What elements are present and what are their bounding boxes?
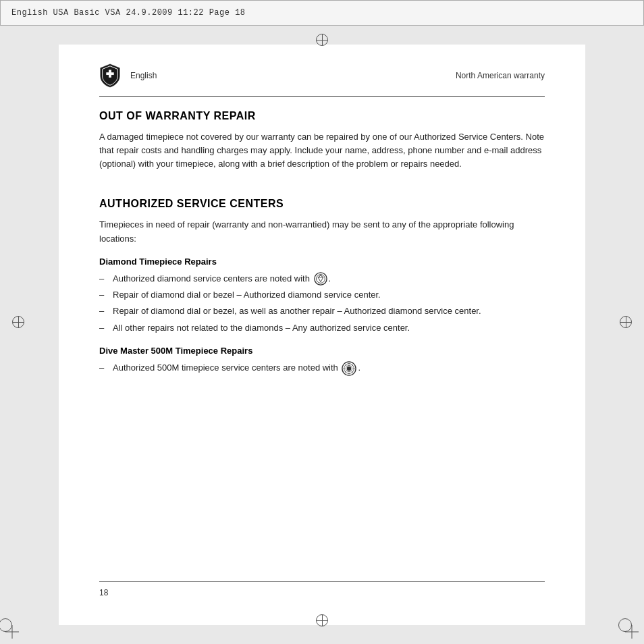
list-item: – Authorized diamond service centers are… bbox=[99, 272, 545, 286]
bullet-text-1: Authorized diamond service centers are n… bbox=[113, 272, 545, 286]
dash: – bbox=[99, 361, 104, 375]
header-warranty: North American warranty bbox=[456, 71, 545, 80]
section-out-of-warranty: OUT OF WARRANTY REPAIR A damaged timepie… bbox=[99, 110, 545, 171]
diamond-badge-icon bbox=[314, 272, 327, 286]
section-authorized: AUTHORIZED SERVICE CENTERS Timepieces in… bbox=[99, 198, 545, 375]
section2-intro: Timepieces in need of repair (warranty a… bbox=[99, 218, 545, 245]
footer-divider bbox=[99, 581, 545, 582]
list-item: – Authorized 500M timepiece service cent… bbox=[99, 361, 545, 376]
dash: – bbox=[99, 304, 104, 318]
bullet-text-2: Repair of diamond dial or bezel – Author… bbox=[113, 288, 545, 302]
list-item: – Repair of diamond dial or bezel, as we… bbox=[99, 304, 545, 318]
header-language: English bbox=[130, 71, 456, 80]
subsection-divemaster: Dive Master 500M Timepiece Repairs – Aut… bbox=[99, 346, 545, 376]
dash: – bbox=[99, 288, 104, 302]
section1-body: A damaged timepiece not covered by our w… bbox=[99, 130, 545, 171]
svg-marker-4 bbox=[318, 275, 323, 282]
page-number: 18 bbox=[99, 588, 108, 597]
diamond-bullet-list: – Authorized diamond service centers are… bbox=[99, 272, 545, 335]
page-content: English North American warranty OUT OF W… bbox=[59, 45, 585, 625]
reg-circle-left bbox=[12, 316, 24, 328]
page-header: English North American warranty bbox=[99, 63, 545, 92]
reg-mark-br bbox=[625, 625, 639, 639]
dash: – bbox=[99, 321, 104, 335]
reg-circle-top bbox=[316, 34, 328, 46]
logo-shield bbox=[99, 63, 121, 88]
list-item: – All other repairs not related to the d… bbox=[99, 321, 545, 335]
list-item: – Repair of diamond dial or bezel – Auth… bbox=[99, 288, 545, 302]
subsection-divemaster-title: Dive Master 500M Timepiece Repairs bbox=[99, 346, 545, 356]
section2-title: AUTHORIZED SERVICE CENTERS bbox=[99, 198, 545, 210]
svg-line-6 bbox=[318, 275, 321, 278]
subsection-diamond: Diamond Timepiece Repairs – Authorized d… bbox=[99, 257, 545, 335]
top-bar-text: English USA Basic VSA 24.9.2009 11:22 Pa… bbox=[11, 8, 246, 18]
dash: – bbox=[99, 272, 104, 286]
reg-circle-right bbox=[620, 316, 632, 328]
svg-point-19 bbox=[347, 366, 351, 370]
subsection-diamond-title: Diamond Timepiece Repairs bbox=[99, 257, 545, 267]
top-bar: English USA Basic VSA 24.9.2009 11:22 Pa… bbox=[0, 0, 644, 26]
page-footer: 18 bbox=[99, 581, 545, 598]
svg-rect-1 bbox=[106, 72, 113, 75]
page-wrapper: English USA Basic VSA 24.9.2009 11:22 Pa… bbox=[0, 0, 644, 644]
section1-title: OUT OF WARRANTY REPAIR bbox=[99, 110, 545, 122]
bullet-text-5: Authorized 500M timepiece service center… bbox=[113, 361, 545, 376]
icon-500m bbox=[342, 361, 356, 376]
reg-mark-bl bbox=[5, 625, 19, 639]
bullet-text-4: All other repairs not related to the dia… bbox=[113, 321, 545, 335]
divemaster-bullet-list: – Authorized 500M timepiece service cent… bbox=[99, 361, 545, 376]
reg-circle-bottom bbox=[316, 614, 328, 626]
header-divider bbox=[99, 96, 545, 97]
svg-line-7 bbox=[321, 275, 323, 278]
bullet-text-3: Repair of diamond dial or bezel, as well… bbox=[113, 304, 545, 318]
